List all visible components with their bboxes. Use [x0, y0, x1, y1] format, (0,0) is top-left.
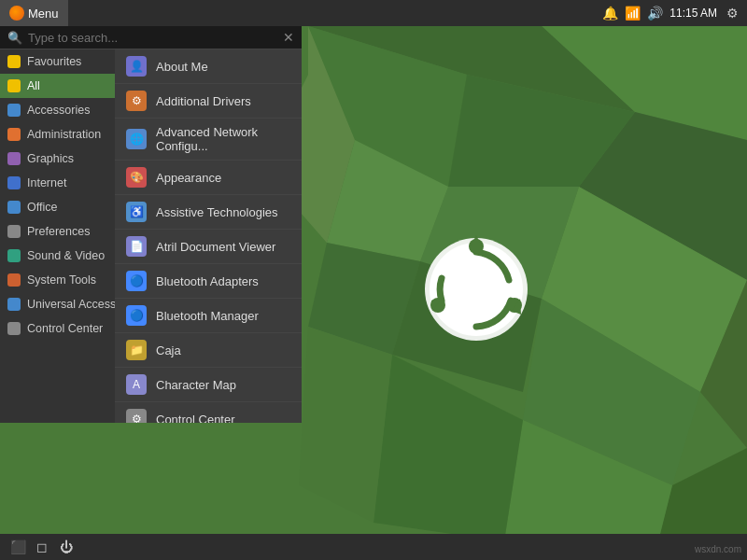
search-bar: 🔍 ✕ — [0, 26, 302, 49]
universal-access-icon — [7, 298, 21, 311]
sidebar-item-accessories[interactable]: Accessories — [0, 98, 115, 122]
show-desktop-icon[interactable]: ⬛ — [7, 537, 28, 557]
administration-icon — [7, 128, 21, 141]
app-menu: 🔍 ✕ FavouritesAllAccessoriesAdministrati… — [0, 26, 302, 423]
app-item-4[interactable]: ♿Assistive Technologies — [115, 195, 302, 230]
sidebar-item-graphics[interactable]: Graphics — [0, 147, 115, 171]
sidebar-item-favourites[interactable]: Favourites — [0, 49, 115, 74]
app-name-5: Atril Document Viewer — [156, 240, 275, 254]
sound-video-label: Sound & Video — [27, 249, 105, 262]
app-icon-5: 📄 — [126, 236, 147, 257]
app-item-5[interactable]: 📄Atril Document Viewer — [115, 230, 302, 264]
settings-icon[interactable]: ⚙ — [725, 6, 740, 21]
taskbar: Menu 🔔 📶 🔊 11:15 AM ⚙ — [0, 0, 747, 26]
graphics-icon — [7, 152, 21, 165]
app-name-10: Control Center — [156, 413, 235, 424]
app-icon-7: 🔵 — [126, 305, 147, 326]
app-icon-8: 📁 — [126, 340, 147, 360]
app-name-4: Assistive Technologies — [156, 205, 278, 219]
favourites-icon — [7, 55, 21, 68]
sound-video-icon — [7, 249, 21, 262]
office-label: Office — [27, 201, 57, 214]
app-icon-4: ♿ — [126, 202, 147, 222]
bottom-taskbar: ⬛ ◻ ⏻ wsxdn.com — [0, 534, 747, 560]
system-tools-icon — [7, 273, 21, 287]
sidebar-item-system-tools[interactable]: System Tools — [0, 268, 115, 292]
app-item-9[interactable]: ACharacter Map — [115, 368, 302, 402]
svg-point-19 — [430, 243, 523, 336]
notification-icon[interactable]: 🔔 — [602, 6, 617, 21]
app-icon-10: ⚙ — [126, 409, 147, 423]
preferences-icon — [7, 225, 21, 238]
sidebar-item-control-center[interactable]: Control Center — [0, 316, 115, 341]
search-icon: 🔍 — [7, 31, 22, 45]
clock: 11:15 AM — [669, 7, 717, 20]
app-item-10[interactable]: ⚙Control Center — [115, 402, 302, 423]
app-icon-1: ⚙ — [126, 91, 147, 111]
control-center-label: Control Center — [27, 322, 103, 335]
app-item-3[interactable]: 🎨Appearance — [115, 161, 302, 195]
apps-panel: 👤About Me⚙Additional Drivers🌐Advanced Ne… — [115, 49, 302, 423]
app-name-2: Advanced Network Configu... — [156, 125, 290, 153]
menu-button[interactable]: Menu — [0, 0, 68, 26]
app-name-6: Bluetooth Adapters — [156, 274, 259, 288]
search-clear-icon[interactable]: ✕ — [283, 30, 294, 45]
app-name-7: Bluetooth Manager — [156, 309, 259, 323]
system-tools-label: System Tools — [27, 273, 96, 287]
graphics-label: Graphics — [27, 152, 74, 165]
sidebar-item-internet[interactable]: Internet — [0, 171, 115, 195]
menu-label: Menu — [28, 7, 59, 21]
sidebar-item-sound-video[interactable]: Sound & Video — [0, 244, 115, 268]
office-icon — [7, 201, 21, 214]
app-item-2[interactable]: 🌐Advanced Network Configu... — [115, 119, 302, 161]
app-icon-0: 👤 — [126, 56, 147, 77]
app-item-0[interactable]: 👤About Me — [115, 49, 302, 84]
app-name-0: About Me — [156, 60, 208, 74]
sidebar-item-all[interactable]: All — [0, 74, 115, 98]
sidebar-item-universal-access[interactable]: Universal Access — [0, 292, 115, 316]
volume-icon[interactable]: 🔊 — [647, 6, 662, 21]
app-item-1[interactable]: ⚙Additional Drivers — [115, 84, 302, 119]
network-icon[interactable]: 📶 — [625, 6, 640, 21]
app-icon-2: 🌐 — [126, 129, 147, 149]
sidebar-item-administration[interactable]: Administration — [0, 122, 115, 147]
accessories-icon — [7, 104, 21, 117]
window-icon[interactable]: ◻ — [32, 537, 52, 557]
internet-label: Internet — [27, 176, 66, 189]
app-name-3: Appearance — [156, 171, 221, 185]
categories-panel: FavouritesAllAccessoriesAdministrationGr… — [0, 49, 115, 423]
taskbar-right: 🔔 📶 🔊 11:15 AM ⚙ — [602, 6, 747, 21]
app-icon-9: A — [126, 374, 147, 395]
app-item-8[interactable]: 📁Caja — [115, 333, 302, 368]
all-label: All — [27, 79, 40, 92]
menu-content: FavouritesAllAccessoriesAdministrationGr… — [0, 49, 302, 423]
all-icon — [7, 79, 21, 92]
favourites-label: Favourites — [27, 55, 81, 68]
internet-icon — [7, 176, 21, 189]
app-name-9: Character Map — [156, 378, 236, 392]
search-input[interactable] — [28, 31, 277, 45]
wsxdn-label: wsxdn.com — [695, 544, 741, 554]
app-icon-6: 🔵 — [126, 271, 147, 291]
app-name-8: Caja — [156, 343, 181, 357]
control-center-icon — [7, 322, 21, 335]
app-item-6[interactable]: 🔵Bluetooth Adapters — [115, 264, 302, 299]
universal-access-label: Universal Access — [27, 298, 115, 311]
app-item-7[interactable]: 🔵Bluetooth Manager — [115, 299, 302, 333]
firefox-icon — [9, 6, 24, 21]
power-icon[interactable]: ⏻ — [56, 537, 77, 557]
app-icon-3: 🎨 — [126, 167, 147, 188]
administration-label: Administration — [27, 128, 101, 141]
preferences-label: Preferences — [27, 225, 90, 238]
app-name-1: Additional Drivers — [156, 94, 251, 108]
sidebar-item-office[interactable]: Office — [0, 195, 115, 219]
accessories-label: Accessories — [27, 104, 90, 117]
sidebar-item-preferences[interactable]: Preferences — [0, 219, 115, 244]
